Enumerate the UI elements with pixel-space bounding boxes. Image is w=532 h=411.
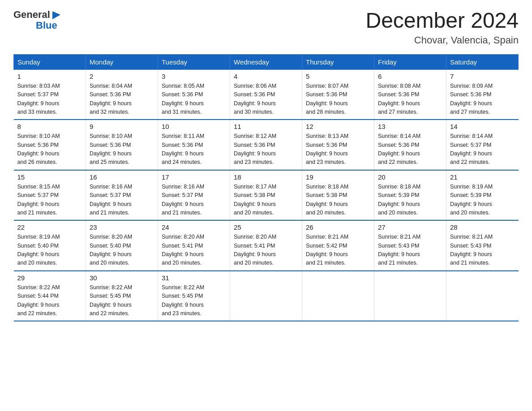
week-row-4: 22 Sunrise: 8:19 AMSunset: 5:40 PMDaylig… [14, 220, 519, 271]
day-cell [302, 271, 374, 321]
day-cell: 31 Sunrise: 8:22 AMSunset: 5:45 PMDaylig… [158, 271, 230, 321]
day-info: Sunrise: 8:03 AMSunset: 5:37 PMDaylight:… [17, 83, 60, 115]
day-number: 3 [162, 73, 226, 80]
header-cell-wednesday: Wednesday [230, 54, 302, 69]
logo-text-general: General [13, 9, 50, 21]
month-title: December 2024 [365, 9, 519, 33]
day-cell: 29 Sunrise: 8:22 AMSunset: 5:44 PMDaylig… [14, 271, 86, 321]
day-cell: 6 Sunrise: 8:08 AMSunset: 5:36 PMDayligh… [374, 69, 446, 120]
day-number: 7 [450, 73, 515, 80]
week-row-1: 1 Sunrise: 8:03 AMSunset: 5:37 PMDayligh… [14, 69, 519, 120]
day-info: Sunrise: 8:05 AMSunset: 5:36 PMDaylight:… [162, 83, 204, 115]
day-cell: 7 Sunrise: 8:09 AMSunset: 5:36 PMDayligh… [446, 69, 519, 120]
day-cell: 20 Sunrise: 8:18 AMSunset: 5:39 PMDaylig… [374, 170, 446, 221]
day-number: 6 [378, 73, 442, 80]
day-number: 19 [306, 173, 370, 181]
header-cell-saturday: Saturday [446, 54, 519, 69]
day-number: 30 [90, 274, 154, 282]
day-number: 12 [306, 123, 370, 130]
day-cell: 10 Sunrise: 8:11 AMSunset: 5:36 PMDaylig… [158, 120, 230, 170]
day-number: 1 [17, 73, 82, 80]
day-number: 23 [90, 223, 154, 231]
day-cell: 18 Sunrise: 8:17 AMSunset: 5:38 PMDaylig… [230, 170, 302, 221]
day-number: 31 [162, 274, 226, 282]
day-cell: 2 Sunrise: 8:04 AMSunset: 5:36 PMDayligh… [86, 69, 158, 120]
logo: General Blue [13, 9, 61, 31]
day-cell: 11 Sunrise: 8:12 AMSunset: 5:36 PMDaylig… [230, 120, 302, 170]
day-info: Sunrise: 8:16 AMSunset: 5:37 PMDaylight:… [90, 184, 132, 216]
week-row-2: 8 Sunrise: 8:10 AMSunset: 5:36 PMDayligh… [14, 120, 519, 170]
logo-icon: General Blue [13, 9, 61, 31]
day-number: 2 [90, 73, 154, 80]
day-cell: 3 Sunrise: 8:05 AMSunset: 5:36 PMDayligh… [158, 69, 230, 120]
day-number: 27 [378, 223, 442, 231]
day-info: Sunrise: 8:22 AMSunset: 5:44 PMDaylight:… [17, 284, 60, 317]
header-cell-thursday: Thursday [302, 54, 374, 69]
day-number: 4 [234, 73, 298, 80]
day-info: Sunrise: 8:12 AMSunset: 5:36 PMDaylight:… [234, 133, 276, 165]
day-info: Sunrise: 8:13 AMSunset: 5:36 PMDaylight:… [306, 133, 348, 165]
day-cell: 22 Sunrise: 8:19 AMSunset: 5:40 PMDaylig… [14, 220, 86, 271]
day-info: Sunrise: 8:20 AMSunset: 5:40 PMDaylight:… [90, 234, 132, 266]
day-cell: 14 Sunrise: 8:14 AMSunset: 5:37 PMDaylig… [446, 120, 519, 170]
day-number: 13 [378, 123, 442, 130]
day-info: Sunrise: 8:16 AMSunset: 5:37 PMDaylight:… [162, 184, 204, 216]
header-cell-monday: Monday [86, 54, 158, 69]
day-number: 26 [306, 223, 370, 231]
logo-triangle-icon [51, 10, 61, 20]
page-header: General Blue December 2024 Chovar, Valen… [13, 9, 519, 46]
day-info: Sunrise: 8:07 AMSunset: 5:36 PMDaylight:… [306, 83, 348, 115]
day-number: 10 [162, 123, 226, 130]
day-info: Sunrise: 8:21 AMSunset: 5:43 PMDaylight:… [378, 234, 420, 266]
day-info: Sunrise: 8:21 AMSunset: 5:43 PMDaylight:… [450, 234, 493, 266]
day-info: Sunrise: 8:19 AMSunset: 5:40 PMDaylight:… [17, 234, 60, 266]
day-cell: 12 Sunrise: 8:13 AMSunset: 5:36 PMDaylig… [302, 120, 374, 170]
day-info: Sunrise: 8:06 AMSunset: 5:36 PMDaylight:… [234, 83, 276, 115]
calendar-table: SundayMondayTuesdayWednesdayThursdayFrid… [13, 54, 519, 322]
day-info: Sunrise: 8:18 AMSunset: 5:38 PMDaylight:… [306, 184, 348, 216]
header-row: SundayMondayTuesdayWednesdayThursdayFrid… [14, 54, 519, 69]
title-block: December 2024 Chovar, Valencia, Spain [365, 9, 519, 46]
day-info: Sunrise: 8:11 AMSunset: 5:36 PMDaylight:… [162, 133, 204, 165]
day-info: Sunrise: 8:14 AMSunset: 5:37 PMDaylight:… [450, 133, 493, 165]
day-cell: 17 Sunrise: 8:16 AMSunset: 5:37 PMDaylig… [158, 170, 230, 221]
day-cell: 26 Sunrise: 8:21 AMSunset: 5:42 PMDaylig… [302, 220, 374, 271]
day-info: Sunrise: 8:09 AMSunset: 5:36 PMDaylight:… [450, 83, 493, 115]
day-cell: 13 Sunrise: 8:14 AMSunset: 5:36 PMDaylig… [374, 120, 446, 170]
day-number: 24 [162, 223, 226, 231]
day-info: Sunrise: 8:20 AMSunset: 5:41 PMDaylight:… [162, 234, 204, 266]
day-info: Sunrise: 8:15 AMSunset: 5:37 PMDaylight:… [17, 184, 60, 216]
day-info: Sunrise: 8:08 AMSunset: 5:36 PMDaylight:… [378, 83, 420, 115]
day-number: 5 [306, 73, 370, 80]
day-number: 9 [90, 123, 154, 130]
day-number: 29 [17, 274, 82, 282]
day-cell: 5 Sunrise: 8:07 AMSunset: 5:36 PMDayligh… [302, 69, 374, 120]
day-number: 17 [162, 173, 226, 181]
week-row-3: 15 Sunrise: 8:15 AMSunset: 5:37 PMDaylig… [14, 170, 519, 221]
day-cell: 30 Sunrise: 8:22 AMSunset: 5:45 PMDaylig… [86, 271, 158, 321]
day-number: 21 [450, 173, 515, 181]
day-cell: 4 Sunrise: 8:06 AMSunset: 5:36 PMDayligh… [230, 69, 302, 120]
calendar-body: 1 Sunrise: 8:03 AMSunset: 5:37 PMDayligh… [14, 69, 519, 321]
day-number: 28 [450, 223, 515, 231]
day-info: Sunrise: 8:20 AMSunset: 5:41 PMDaylight:… [234, 234, 276, 266]
week-row-5: 29 Sunrise: 8:22 AMSunset: 5:44 PMDaylig… [14, 271, 519, 321]
day-number: 16 [90, 173, 154, 181]
day-cell: 16 Sunrise: 8:16 AMSunset: 5:37 PMDaylig… [86, 170, 158, 221]
svg-marker-0 [52, 11, 60, 19]
day-number: 18 [234, 173, 298, 181]
calendar-header: SundayMondayTuesdayWednesdayThursdayFrid… [14, 54, 519, 69]
day-number: 22 [17, 223, 82, 231]
day-info: Sunrise: 8:10 AMSunset: 5:36 PMDaylight:… [17, 133, 60, 165]
day-info: Sunrise: 8:04 AMSunset: 5:36 PMDaylight:… [90, 83, 132, 115]
day-cell [446, 271, 519, 321]
day-info: Sunrise: 8:22 AMSunset: 5:45 PMDaylight:… [90, 284, 132, 317]
day-cell: 25 Sunrise: 8:20 AMSunset: 5:41 PMDaylig… [230, 220, 302, 271]
day-number: 25 [234, 223, 298, 231]
day-info: Sunrise: 8:10 AMSunset: 5:36 PMDaylight:… [90, 133, 132, 165]
day-info: Sunrise: 8:14 AMSunset: 5:36 PMDaylight:… [378, 133, 420, 165]
day-cell: 9 Sunrise: 8:10 AMSunset: 5:36 PMDayligh… [86, 120, 158, 170]
day-cell [230, 271, 302, 321]
day-info: Sunrise: 8:22 AMSunset: 5:45 PMDaylight:… [162, 284, 204, 317]
day-cell: 24 Sunrise: 8:20 AMSunset: 5:41 PMDaylig… [158, 220, 230, 271]
